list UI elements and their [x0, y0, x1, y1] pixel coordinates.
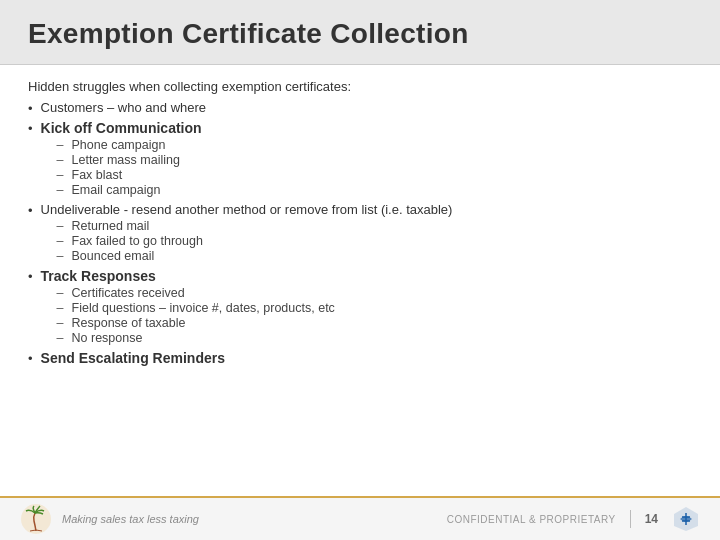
sub-item-text: Fax failed to go through [72, 234, 203, 248]
sub-list: – Returned mail – Fax failed to go throu… [57, 219, 453, 264]
slide-footer: Making sales tax less taxing CONFIDENTIA… [0, 496, 720, 540]
sub-item-text: Response of taxable [72, 316, 186, 330]
dash-icon: – [57, 168, 64, 182]
item-wrapper: Send Escalating Reminders [41, 350, 225, 366]
footer-tagline: Making sales tax less taxing [62, 513, 199, 525]
main-item-text: Kick off Communication [41, 120, 202, 136]
bullet-icon: • [28, 351, 33, 366]
bullet-icon: • [28, 269, 33, 284]
footer-confidential-text: CONFIDENTIAL & PROPRIETARY [447, 514, 616, 525]
list-item: – Fax failed to go through [57, 234, 453, 248]
dash-icon: – [57, 153, 64, 167]
item-wrapper: Track Responses – Certificates received … [41, 268, 335, 346]
list-item: – Fax blast [57, 168, 202, 182]
dash-icon: – [57, 316, 64, 330]
dash-icon: – [57, 331, 64, 345]
item-wrapper: Kick off Communication – Phone campaign … [41, 120, 202, 198]
sub-list: – Phone campaign – Letter mass mailing –… [57, 138, 202, 198]
main-item-text: Send Escalating Reminders [41, 350, 225, 366]
dash-icon: – [57, 301, 64, 315]
sub-item-text: Letter mass mailing [72, 153, 180, 167]
dash-icon: – [57, 138, 64, 152]
item-wrapper: Customers – who and where [41, 100, 206, 115]
dash-icon: – [57, 234, 64, 248]
list-item: – Email campaign [57, 183, 202, 197]
slide-title: Exemption Certificate Collection [28, 18, 692, 50]
footer-right: CONFIDENTIAL & PROPRIETARY 14 [447, 505, 700, 533]
footer-page-number: 14 [645, 512, 658, 526]
list-item: – No response [57, 331, 335, 345]
main-item-text: Customers – who and where [41, 100, 206, 115]
footer-divider [630, 510, 631, 528]
dash-icon: – [57, 286, 64, 300]
sub-item-text: Returned mail [72, 219, 150, 233]
list-item: • Kick off Communication – Phone campaig… [28, 120, 692, 198]
list-item: – Certificates received [57, 286, 335, 300]
sub-item-text: Certificates received [72, 286, 185, 300]
sub-item-text: Field questions – invoice #, dates, prod… [72, 301, 335, 315]
main-list: • Customers – who and where • Kick off C… [28, 100, 692, 366]
company-logo-icon [672, 505, 700, 533]
list-item: • Undeliverable - resend another method … [28, 202, 692, 264]
list-item: – Phone campaign [57, 138, 202, 152]
sub-item-text: Fax blast [72, 168, 123, 182]
main-item-text: Track Responses [41, 268, 335, 284]
footer-left: Making sales tax less taxing [20, 503, 199, 535]
slide-content: Hidden struggles when collecting exempti… [0, 65, 720, 496]
list-item: – Field questions – invoice #, dates, pr… [57, 301, 335, 315]
sub-item-text: No response [72, 331, 143, 345]
sub-item-text: Phone campaign [72, 138, 166, 152]
palm-tree-icon [20, 503, 52, 535]
list-item: • Send Escalating Reminders [28, 350, 692, 366]
list-item: – Letter mass mailing [57, 153, 202, 167]
dash-icon: – [57, 183, 64, 197]
list-item: – Bounced email [57, 249, 453, 263]
intro-text: Hidden struggles when collecting exempti… [28, 79, 692, 94]
list-item: • Track Responses – Certificates receive… [28, 268, 692, 346]
sub-item-text: Email campaign [72, 183, 161, 197]
dash-icon: – [57, 249, 64, 263]
item-wrapper: Undeliverable - resend another method or… [41, 202, 453, 264]
slide-header: Exemption Certificate Collection [0, 0, 720, 65]
dash-icon: – [57, 219, 64, 233]
list-item: • Customers – who and where [28, 100, 692, 116]
bullet-icon: • [28, 203, 33, 218]
bullet-icon: • [28, 101, 33, 116]
slide: Exemption Certificate Collection Hidden … [0, 0, 720, 540]
sub-item-text: Bounced email [72, 249, 155, 263]
sub-list: – Certificates received – Field question… [57, 286, 335, 346]
list-item: – Returned mail [57, 219, 453, 233]
bullet-icon: • [28, 121, 33, 136]
list-item: – Response of taxable [57, 316, 335, 330]
main-item-text: Undeliverable - resend another method or… [41, 202, 453, 217]
